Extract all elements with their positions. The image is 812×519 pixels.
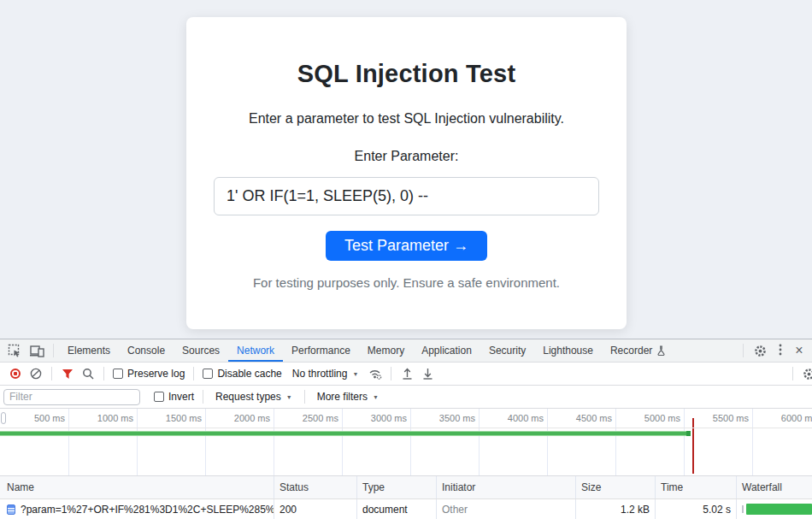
column-header-type[interactable]: Type [356,476,436,498]
divider [51,367,52,380]
tab-memory[interactable]: Memory [359,339,413,362]
import-har-icon[interactable] [397,363,417,384]
column-header-status[interactable]: Status [274,476,356,498]
tick-label: 2000 ms [205,413,270,423]
tab-network[interactable]: Network [228,339,283,362]
divider [103,367,104,380]
divider [792,367,793,380]
request-waterfall-cell[interactable] [736,499,812,519]
tick-label: 6000 ms [752,413,812,423]
network-settings-gear-icon[interactable] [798,363,812,384]
record-network-log-icon[interactable] [5,363,26,384]
waterfall-queue-tick [742,505,744,513]
network-toolbar: Preserve log Disable cache No throttling… [0,363,812,386]
invert-checkbox-row[interactable]: Invert [154,391,194,403]
timeline-ruler: 500 ms 1000 ms 1500 ms 2000 ms 2500 ms 3… [0,409,812,428]
more-filters-dropdown[interactable]: More filters ▼ [317,391,379,403]
overview-graph [0,428,812,476]
tick-label: 1000 ms [68,413,133,423]
browser-viewport: SQL Injection Test Enter a parameter to … [0,0,812,339]
tabbar-right-controls: × [738,339,809,362]
sql-test-card: SQL Injection Test Enter a parameter to … [186,17,627,329]
more-options-icon[interactable] [771,344,790,358]
request-types-dropdown[interactable]: Request types ▼ [215,391,292,403]
network-filter-bar: Invert Request types ▼ More filters ▼ [0,386,812,409]
test-parameter-button[interactable]: Test Parameter → [326,231,487,261]
tab-console[interactable]: Console [119,339,174,362]
disclaimer-text: For testing purposes only. Ensure a safe… [214,275,599,290]
filter-input[interactable] [3,389,140,405]
page-title: SQL Injection Test [214,60,599,88]
tick-label: 500 ms [0,413,65,423]
flask-icon [656,345,666,356]
column-header-waterfall[interactable]: Waterfall [736,476,812,498]
divider [53,344,54,357]
device-toolbar-icon[interactable] [26,339,48,362]
tick-label: 3500 ms [410,413,475,423]
close-devtools-icon[interactable]: × [790,343,809,358]
request-row[interactable]: ?param=1%27+OR+IF%281%3D1%2C+SLEEP%285%.… [0,499,812,519]
parameter-label: Enter Parameter: [214,149,599,164]
tick-label: 1500 ms [137,413,202,423]
request-type-cell[interactable]: document [356,499,436,519]
tab-performance[interactable]: Performance [283,339,359,362]
page-subtitle: Enter a parameter to test SQL Injection … [214,111,599,127]
tab-lighthouse[interactable]: Lighthouse [534,339,602,362]
devtools-tabbar: Elements Console Sources Network Perform… [0,339,812,363]
chevron-down-icon: ▼ [352,371,358,377]
divider [743,344,744,357]
load-event-tick [692,418,694,428]
tick-label: 4000 ms [479,413,544,423]
divider [193,367,194,380]
column-header-name[interactable]: Name [0,476,274,498]
load-event-line [692,428,694,474]
network-conditions-icon[interactable] [365,363,385,384]
devtools-panel: Elements Console Sources Network Perform… [0,339,812,519]
tick-label: 4500 ms [547,413,612,423]
divider [203,390,203,404]
clear-network-log-icon[interactable] [26,363,46,384]
tab-elements[interactable]: Elements [59,339,119,362]
chevron-down-icon: ▼ [286,394,292,400]
tab-application[interactable]: Application [413,339,480,362]
request-status-cell[interactable]: 200 [274,499,356,519]
tab-sources[interactable]: Sources [174,339,228,362]
document-file-icon [7,504,15,515]
throttling-dropdown[interactable]: No throttling ▼ [292,368,359,380]
tick-label: 5000 ms [615,413,680,423]
preserve-log-checkbox-row[interactable]: Preserve log [113,368,185,380]
request-time-cell[interactable]: 5.02 s [655,499,736,519]
parameter-input[interactable] [214,177,599,215]
divider [304,390,305,404]
request-size-cell[interactable]: 1.2 kB [575,499,655,519]
disable-cache-checkbox-row[interactable]: Disable cache [203,368,281,380]
request-initiator-cell[interactable]: Other [436,499,575,519]
filter-funnel-icon[interactable] [57,363,78,384]
tick-label: 3000 ms [342,413,407,423]
network-toolbar-right [787,363,807,384]
chevron-down-icon: ▼ [373,394,379,400]
invert-checkbox[interactable] [154,392,164,402]
settings-gear-icon[interactable] [749,339,771,362]
tick-label: 2500 ms [274,413,338,423]
search-icon[interactable] [78,363,98,384]
tab-security[interactable]: Security [480,339,534,362]
tab-recorder[interactable]: Recorder [602,339,674,362]
overview-request-bar [0,431,691,436]
column-header-time[interactable]: Time [655,476,736,498]
network-overview-timeline[interactable]: 500 ms 1000 ms 1500 ms 2000 ms 2500 ms 3… [0,409,812,476]
preserve-log-checkbox[interactable] [113,369,123,379]
column-header-size[interactable]: Size [575,476,655,498]
inspect-element-icon[interactable] [3,339,26,362]
divider [391,367,391,380]
column-header-initiator[interactable]: Initiator [436,476,575,498]
screen: SQL Injection Test Enter a parameter to … [0,0,812,519]
export-har-icon[interactable] [417,363,438,384]
waterfall-green-bar [746,504,812,515]
disable-cache-checkbox[interactable] [203,369,213,379]
request-name-cell[interactable]: ?param=1%27+OR+IF%281%3D1%2C+SLEEP%285%.… [0,499,274,519]
requests-table-header: Name Status Type Initiator Size Time Wat… [0,476,812,499]
